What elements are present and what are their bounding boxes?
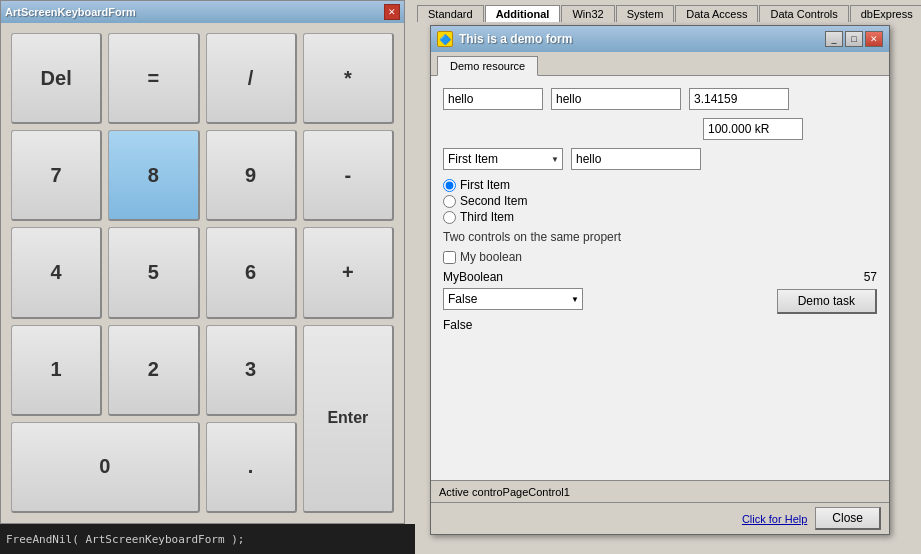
radio-second-label: Second Item bbox=[460, 194, 527, 208]
tab-win32[interactable]: Win32 bbox=[561, 5, 614, 22]
field5-input[interactable] bbox=[571, 148, 701, 170]
demo-window-buttons: _ □ ✕ bbox=[825, 31, 883, 47]
equals-key[interactable]: = bbox=[108, 33, 199, 124]
demo-form-window: 🔷 This is a demo form _ □ ✕ Demo resourc… bbox=[430, 25, 890, 535]
keyboard-close-button[interactable]: ✕ bbox=[384, 4, 400, 20]
boolean-checkbox-row: My boolean bbox=[443, 250, 877, 264]
keyboard-titlebar: ArtScreenKeyboardForm ✕ bbox=[1, 1, 404, 23]
minus-key[interactable]: - bbox=[303, 130, 394, 221]
demo-form-body: First Item Second Item Third Item ▼ Firs… bbox=[431, 76, 889, 504]
field1-input[interactable] bbox=[443, 88, 543, 110]
nine-key[interactable]: 9 bbox=[206, 130, 297, 221]
divide-key[interactable]: / bbox=[206, 33, 297, 124]
demo-status-bar: Active controPageControl1 bbox=[431, 480, 889, 502]
radio-third-input[interactable] bbox=[443, 211, 456, 224]
one-key[interactable]: 1 bbox=[11, 325, 102, 416]
status-text: Active controPageControl1 bbox=[439, 486, 570, 498]
dot-key[interactable]: . bbox=[206, 422, 297, 513]
item-dropdown-container: First Item Second Item Third Item ▼ bbox=[443, 148, 563, 170]
boolean-checkbox[interactable] bbox=[443, 251, 456, 264]
false-dropdown[interactable]: False True bbox=[443, 288, 583, 310]
radio-second-item[interactable]: Second Item bbox=[443, 194, 877, 208]
eight-key[interactable]: 8 bbox=[108, 130, 199, 221]
tab-additional[interactable]: Additional bbox=[485, 5, 561, 22]
demo-titlebar: 🔷 This is a demo form _ □ ✕ bbox=[431, 26, 889, 52]
item-dropdown[interactable]: First Item Second Item Third Item bbox=[443, 148, 563, 170]
demo-task-button[interactable]: Demo task bbox=[777, 289, 877, 314]
tab-dbexpress[interactable]: dbExpress bbox=[850, 5, 921, 22]
myboolean-row: MyBoolean 57 bbox=[443, 270, 877, 284]
number-display: 57 bbox=[864, 270, 877, 284]
currency-input[interactable] bbox=[703, 118, 803, 140]
demo-title-content: 🔷 This is a demo form bbox=[437, 31, 572, 47]
tab-data-access[interactable]: Data Access bbox=[675, 5, 758, 22]
minimize-button[interactable]: _ bbox=[825, 31, 843, 47]
six-key[interactable]: 6 bbox=[206, 227, 297, 318]
close-button[interactable]: Close bbox=[815, 507, 881, 530]
del-key[interactable]: Del bbox=[11, 33, 102, 124]
zero-key[interactable]: 0 bbox=[11, 422, 200, 513]
seven-key[interactable]: 7 bbox=[11, 130, 102, 221]
radio-first-label: First Item bbox=[460, 178, 510, 192]
four-key[interactable]: 4 bbox=[11, 227, 102, 318]
five-key[interactable]: 5 bbox=[108, 227, 199, 318]
demo-close-button[interactable]: ✕ bbox=[865, 31, 883, 47]
radio-first-item[interactable]: First Item bbox=[443, 178, 877, 192]
field-row-2 bbox=[443, 118, 877, 140]
two-controls-label: Two controls on the same propert bbox=[443, 230, 877, 244]
field3-input[interactable] bbox=[689, 88, 789, 110]
demo-bottom-bar: Click for Help Close bbox=[431, 502, 889, 534]
tab-standard[interactable]: Standard bbox=[417, 5, 484, 22]
demo-resource-tab[interactable]: Demo resource bbox=[437, 56, 538, 76]
plus-key[interactable]: + bbox=[303, 227, 394, 318]
demo-form-tab-bar: Demo resource bbox=[431, 52, 889, 76]
field2-input[interactable] bbox=[551, 88, 681, 110]
keyboard-form: ArtScreenKeyboardForm ✕ Del = / * 7 8 9 … bbox=[0, 0, 405, 524]
field-row-1 bbox=[443, 88, 877, 110]
radio-group: First Item Second Item Third Item bbox=[443, 178, 877, 224]
three-key[interactable]: 3 bbox=[206, 325, 297, 416]
radio-third-label: Third Item bbox=[460, 210, 514, 224]
radio-third-item[interactable]: Third Item bbox=[443, 210, 877, 224]
radio-first-input[interactable] bbox=[443, 179, 456, 192]
false-value-label: False bbox=[443, 318, 877, 332]
radio-second-input[interactable] bbox=[443, 195, 456, 208]
code-text: FreeAndNil( ArtScreenKeyboardForm ); bbox=[6, 533, 244, 546]
demo-form-icon: 🔷 bbox=[437, 31, 453, 47]
keyboard-form-title: ArtScreenKeyboardForm bbox=[5, 6, 136, 18]
keyboard-body: Del = / * 7 8 9 - 4 5 6 + 1 2 3 Enter 0 … bbox=[1, 23, 404, 523]
tab-system[interactable]: System bbox=[616, 5, 675, 22]
false-row: False True ▼ Demo task bbox=[443, 288, 877, 314]
demo-form-title: This is a demo form bbox=[459, 32, 572, 46]
myboolean-label: MyBoolean bbox=[443, 270, 523, 284]
help-link[interactable]: Click for Help bbox=[742, 513, 807, 525]
enter-key[interactable]: Enter bbox=[303, 325, 394, 513]
code-bar: FreeAndNil( ArtScreenKeyboardForm ); bbox=[0, 524, 415, 554]
false-dropdown-container: False True ▼ bbox=[443, 288, 583, 310]
tab-data-controls[interactable]: Data Controls bbox=[759, 5, 848, 22]
two-key[interactable]: 2 bbox=[108, 325, 199, 416]
boolean-label: My boolean bbox=[460, 250, 522, 264]
maximize-button[interactable]: □ bbox=[845, 31, 863, 47]
multiply-key[interactable]: * bbox=[303, 33, 394, 124]
component-tab-bar: Standard Additional Win32 System Data Ac… bbox=[415, 0, 921, 22]
field-row-3: First Item Second Item Third Item ▼ bbox=[443, 148, 877, 170]
